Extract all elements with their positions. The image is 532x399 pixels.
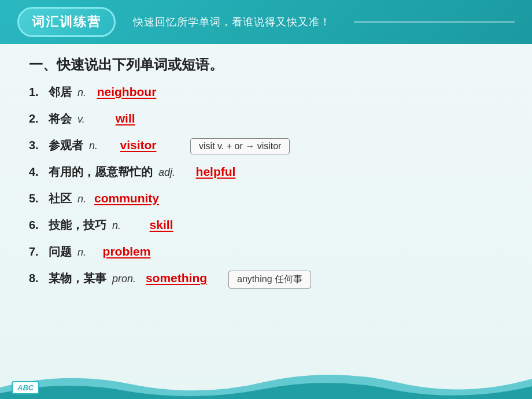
main-content: 一、快速说出下列单词或短语。 1.邻居n.neighbour2.将会v.will… xyxy=(0,44,532,301)
item-num: 8. xyxy=(29,272,45,285)
wave-svg xyxy=(0,364,532,399)
item-pos: n. xyxy=(77,193,86,205)
item-num: 7. xyxy=(29,245,45,258)
item-pos: v. xyxy=(77,113,85,125)
item-pos: n. xyxy=(77,87,86,99)
item-num: 2. xyxy=(29,112,45,125)
item-cn: 有用的，愿意帮忙的 xyxy=(49,164,153,180)
item-cn: 问题 xyxy=(49,244,72,260)
item-pos: pron. xyxy=(112,273,136,285)
vocab-item: 4.有用的，愿意帮忙的adj.helpful xyxy=(29,164,503,189)
item-num: 4. xyxy=(29,165,45,179)
item-answer: will xyxy=(91,112,160,125)
item-cn: 邻居 xyxy=(49,84,72,100)
item-pos: adj. xyxy=(158,167,175,179)
item-note: visit v. + or → visitor xyxy=(190,138,290,154)
item-answer: community xyxy=(92,191,161,205)
vocab-item: 3.参观者n.visitorvisit v. + or → visitor xyxy=(29,138,503,162)
item-pos: n. xyxy=(77,246,86,258)
vocab-item: 2.将会v.will xyxy=(29,111,503,135)
item-answer: helpful xyxy=(181,165,250,179)
header: 词汇训练营 快速回忆所学单词，看谁说得又快又准！ xyxy=(0,0,532,44)
item-cn: 参观者 xyxy=(49,138,83,153)
item-num: 3. xyxy=(29,139,45,152)
abc-badge: ABC xyxy=(12,381,39,394)
item-answer: problem xyxy=(92,245,161,258)
item-num: 5. xyxy=(29,192,45,205)
item-answer: skill xyxy=(127,218,196,232)
header-badge: 词汇训练营 xyxy=(17,7,116,37)
vocab-item: 6.技能，技巧n.skill xyxy=(29,217,503,242)
header-divider xyxy=(354,21,515,23)
vocab-item: 7.问题n.problem xyxy=(29,244,503,268)
item-answer: something xyxy=(142,271,211,285)
item-cn: 将会 xyxy=(49,111,72,127)
item-note: anything 任何事 xyxy=(228,271,311,289)
item-num: 6. xyxy=(29,219,45,232)
item-cn: 技能，技巧 xyxy=(49,217,106,233)
vocab-item: 1.邻居n.neighbour xyxy=(29,84,503,109)
item-pos: n. xyxy=(89,140,98,152)
vocab-list: 1.邻居n.neighbour2.将会v.will3.参观者n.visitorv… xyxy=(29,84,503,295)
section-title: 一、快速说出下列单词或短语。 xyxy=(29,56,503,74)
item-cn: 社区 xyxy=(49,191,72,206)
item-cn: 某物，某事 xyxy=(49,271,106,286)
item-answer: visitor xyxy=(104,138,173,152)
item-pos: n. xyxy=(112,220,121,232)
item-answer: neighbour xyxy=(92,85,161,99)
vocab-item: 5.社区n.community xyxy=(29,191,503,215)
item-num: 1. xyxy=(29,86,45,99)
header-subtitle: 快速回忆所学单词，看谁说得又快又准！ xyxy=(133,15,331,29)
vocab-item: 8.某物，某事pron.somethinganything 任何事 xyxy=(29,271,503,295)
bottom-decoration: ABC xyxy=(0,364,532,399)
